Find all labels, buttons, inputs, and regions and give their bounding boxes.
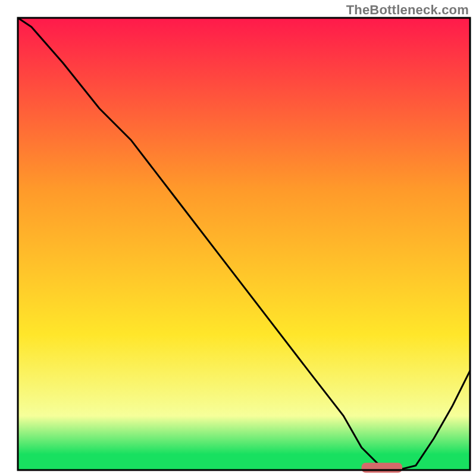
optimal-marker (362, 463, 402, 473)
heatmap-bg (18, 18, 470, 470)
plot-area (18, 18, 470, 473)
watermark-text: TheBottleneck.com (346, 2, 469, 18)
chart-svg (0, 0, 476, 476)
